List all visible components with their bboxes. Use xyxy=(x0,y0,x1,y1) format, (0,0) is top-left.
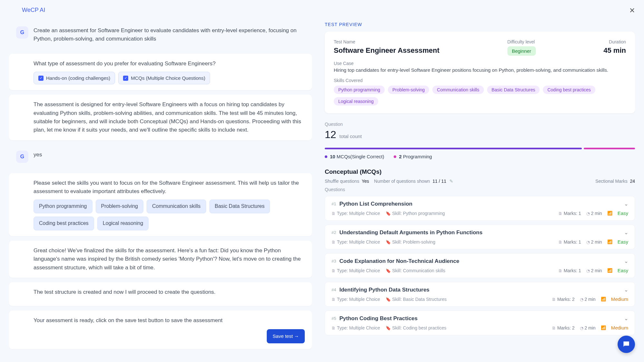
skill-option[interactable]: Logical reasoning xyxy=(97,217,149,230)
brand: WeCP AI xyxy=(9,5,45,15)
question-title: Understanding Default Arguments in Pytho… xyxy=(339,229,621,236)
close-icon[interactable]: ✕ xyxy=(629,6,635,15)
clock-icon: ◔ xyxy=(586,211,590,216)
question-count: 12 xyxy=(325,129,336,141)
question-marks: 🗎 Marks: 1 xyxy=(558,239,581,245)
ai-message: Your asessment is ready, click on the sa… xyxy=(9,311,312,349)
pencil-icon[interactable]: ✎ xyxy=(449,179,453,184)
legend-programming: 2 Programming xyxy=(394,154,432,159)
question-card[interactable]: #4 Identifying Python Data Structures ⌄ … xyxy=(325,282,635,307)
ai-message-text: Please select the skills you want to foc… xyxy=(34,179,305,196)
question-number: #5 xyxy=(332,316,336,321)
legend-mcq: 10 MCQs(Single Correct) xyxy=(325,154,384,159)
question-skill: 🔖 Skill: Basic Data Structures xyxy=(386,297,447,302)
question-marks: 🗎 Marks: 1 xyxy=(558,211,581,216)
chevron-down-icon[interactable]: ⌄ xyxy=(624,258,628,264)
chevron-down-icon[interactable]: ⌄ xyxy=(624,315,628,321)
user-avatar: G xyxy=(16,151,28,163)
skill-option[interactable]: Python programming xyxy=(34,200,92,213)
chevron-down-icon[interactable]: ⌄ xyxy=(624,229,628,236)
clock-icon: ◔ xyxy=(580,297,583,302)
section-title: Conceptual (MCQs) xyxy=(325,168,635,175)
question-card[interactable]: #5 Python Coding Best Practices ⌄ 🗎 Type… xyxy=(325,311,635,335)
marks-icon: 🗎 xyxy=(558,268,562,273)
question-marks: 🗎 Marks: 2 xyxy=(552,325,575,330)
num-shown-label: Number of questions shown xyxy=(374,179,430,184)
question-card[interactable]: #1 Python List Comprehension ⌄ 🗎 Type: M… xyxy=(325,196,635,221)
clock-icon: ◔ xyxy=(580,326,583,330)
question-type: 🗎 Type: Multiple Choice xyxy=(332,211,380,216)
skill-tag: Communication skills xyxy=(432,86,484,94)
ai-message-text: What type of assessment do you prefer fo… xyxy=(34,60,305,68)
test-preview-column: TEST PREVIEW Test Name Software Engineer… xyxy=(320,21,635,361)
question-time: ◔ 2 min xyxy=(586,239,602,245)
doc-icon: 🗎 xyxy=(332,297,336,302)
shuffle-value: Yes xyxy=(362,179,369,184)
question-card[interactable]: #3 Code Explanation for Non-Technical Au… xyxy=(325,253,635,278)
dot-icon xyxy=(394,155,396,158)
ai-message-text: The test structure is created and now I … xyxy=(34,288,305,300)
question-time: ◔ 2 min xyxy=(580,325,596,330)
question-number: #4 xyxy=(332,287,336,292)
skill-option[interactable]: Basic Data Structures xyxy=(209,200,270,213)
difficulty-badge: Easy xyxy=(618,268,628,273)
chat-column: G Create an assessment for Software Engi… xyxy=(9,21,312,361)
help-button[interactable] xyxy=(618,336,635,353)
skill-option[interactable]: Communication skills xyxy=(147,200,206,213)
question-number: #2 xyxy=(332,230,336,235)
ai-avatar xyxy=(16,316,28,329)
questions-label: Questions xyxy=(325,187,635,192)
ai-message-text: Your asessment is ready, click on the sa… xyxy=(34,316,305,325)
marks-icon: 🗎 xyxy=(558,240,562,245)
sparkle-icon xyxy=(17,318,27,327)
save-test-button[interactable]: Save test → xyxy=(267,329,305,343)
chevron-down-icon[interactable]: ⌄ xyxy=(624,201,628,207)
skill-option[interactable]: Problem-solving xyxy=(96,200,144,213)
skills-covered-label: Skills Covered xyxy=(334,78,626,83)
programming-bar xyxy=(584,148,635,149)
question-title: Python Coding Best Practices xyxy=(339,315,621,322)
check-icon xyxy=(38,76,43,81)
ai-message-text: Great choice! We've finalized the skills… xyxy=(34,246,305,272)
user-message-text: yes xyxy=(34,151,305,163)
dot-icon xyxy=(325,155,327,158)
user-message: G yes xyxy=(9,145,312,169)
ai-avatar xyxy=(16,288,28,300)
difficulty-badge: Easy xyxy=(618,210,628,216)
user-message: G Create an assessment for Software Engi… xyxy=(9,21,312,49)
chat-icon xyxy=(622,340,630,348)
clock-icon: ◔ xyxy=(586,240,590,245)
sparkle-icon xyxy=(17,248,27,257)
ai-message: The test structure is created and now I … xyxy=(9,282,312,306)
duration-value: 45 min xyxy=(603,46,626,55)
ai-avatar xyxy=(16,100,28,113)
sparkle-icon xyxy=(17,61,27,70)
question-time: ◔ 2 min xyxy=(586,268,602,273)
signal-icon: 📶 xyxy=(607,268,612,273)
assessment-type-option[interactable]: MCQs (Multiple Choice Questions) xyxy=(118,72,210,84)
sparkle-icon xyxy=(17,102,27,111)
question-title: Code Explanation for Non-Technical Audie… xyxy=(339,258,621,265)
chevron-down-icon[interactable]: ⌄ xyxy=(624,287,628,293)
difficulty-badge: Medium xyxy=(611,325,628,330)
test-overview-card: Test Name Software Engineer Assessment D… xyxy=(325,32,635,113)
test-name-value: Software Engineer Assessment xyxy=(334,46,439,55)
question-card[interactable]: #2 Understanding Default Arguments in Py… xyxy=(325,225,635,249)
question-type: 🗎 Type: Multiple Choice xyxy=(332,297,380,302)
skill-tag: Basic Data Structures xyxy=(487,86,540,94)
doc-icon: 🗎 xyxy=(332,326,336,330)
ai-avatar xyxy=(16,246,28,259)
question-time: ◔ 2 min xyxy=(580,297,596,302)
bookmark-icon: 🔖 xyxy=(386,268,391,273)
skill-option[interactable]: Coding best practices xyxy=(34,217,94,230)
marks-icon: 🗎 xyxy=(558,211,562,216)
ai-message: What type of assessment do you prefer fo… xyxy=(9,54,312,90)
signal-icon: 📶 xyxy=(607,239,612,244)
ai-avatar xyxy=(16,179,28,191)
difficulty-badge: Medium xyxy=(611,296,628,302)
skill-tag: Problem-solving xyxy=(388,86,429,94)
question-number: #1 xyxy=(332,201,336,206)
assessment-type-option[interactable]: Hands-on (coding challenges) xyxy=(34,72,115,84)
sparkle-icon xyxy=(9,5,19,15)
question-distribution-bar xyxy=(325,148,635,149)
